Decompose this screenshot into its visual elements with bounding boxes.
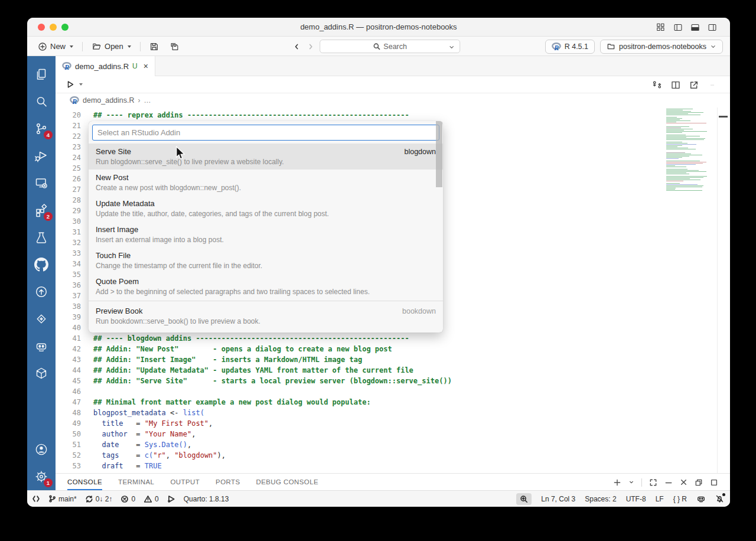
status-encoding[interactable]: UTF-8 bbox=[626, 495, 646, 503]
open-button[interactable]: Open bbox=[88, 40, 135, 53]
minimap[interactable] bbox=[666, 109, 711, 191]
panel-bottom-icon[interactable] bbox=[690, 23, 700, 32]
line-text: draft = TRUE bbox=[93, 461, 162, 471]
activity-item-account[interactable] bbox=[27, 436, 56, 463]
r-logo-icon: R bbox=[552, 43, 561, 51]
chevron-down-icon bbox=[128, 45, 131, 48]
chevron-down-icon[interactable] bbox=[628, 480, 634, 484]
activity-item-extensions[interactable]: 2 bbox=[27, 197, 56, 224]
line-text: author = "Your Name", bbox=[93, 429, 195, 439]
code-line[interactable]: 48blogpost_metadata <- list( bbox=[56, 408, 730, 418]
maximize-panel-icon[interactable] bbox=[649, 478, 657, 487]
remote-monitor-icon bbox=[34, 176, 48, 190]
navigate-back-button[interactable] bbox=[294, 43, 299, 51]
activity-item-publish[interactable] bbox=[27, 278, 56, 305]
activity-item-explorer[interactable] bbox=[27, 61, 56, 88]
customize-layout-icon[interactable] bbox=[656, 23, 666, 32]
status-sync-changes[interactable]: 0↓ 2↑ bbox=[85, 495, 113, 503]
code-line[interactable]: 51 date = Sys.Date(), bbox=[56, 439, 730, 450]
more-actions-icon[interactable] bbox=[708, 83, 717, 87]
editor-scrollbar[interactable] bbox=[717, 107, 729, 473]
new-terminal-icon[interactable] bbox=[613, 478, 621, 487]
activity-item-source-control[interactable]: 4 bbox=[27, 115, 56, 142]
activity-item-search[interactable] bbox=[27, 88, 56, 115]
run-options-chevron-icon[interactable] bbox=[79, 83, 83, 86]
code-line[interactable]: 46 bbox=[56, 386, 730, 397]
status-copilot[interactable] bbox=[696, 494, 706, 503]
compare-changes-icon[interactable] bbox=[652, 80, 662, 90]
activity-item-assistant[interactable] bbox=[27, 333, 56, 360]
tab-demo-addins[interactable]: R demo_addins.R U × bbox=[56, 56, 155, 76]
code-line[interactable]: 41## ---- blogdown addins --------------… bbox=[56, 333, 730, 344]
panel-tab-terminal[interactable]: TERMINAL bbox=[118, 474, 154, 490]
status-remote-indicator[interactable] bbox=[32, 495, 40, 503]
overview-cursor-mark bbox=[719, 116, 728, 118]
status-cursor-position[interactable]: Ln 7, Col 3 bbox=[541, 495, 575, 503]
addin-item-preview-book[interactable]: Preview BookbookdownRun bookdown::serve_… bbox=[89, 303, 443, 329]
new-button[interactable]: New bbox=[34, 40, 77, 53]
addin-item-insert-image[interactable]: Insert ImageInsert an external image int… bbox=[89, 221, 443, 247]
breadcrumb[interactable]: R demo_addins.R › … bbox=[56, 93, 730, 107]
panel-tab-console[interactable]: CONSOLE bbox=[67, 474, 102, 490]
code-line[interactable]: 42## Addin: "New Post" - opens a dialog … bbox=[56, 344, 730, 354]
status-notifications[interactable] bbox=[715, 494, 724, 503]
activity-item-quarto[interactable] bbox=[27, 305, 56, 333]
panel-tab-output[interactable]: OUTPUT bbox=[170, 474, 200, 490]
activity-item-github[interactable] bbox=[27, 251, 56, 278]
minimize-panel-icon[interactable] bbox=[664, 478, 673, 487]
addin-item-serve-site[interactable]: Serve SiteblogdownRun blogdown::serve_si… bbox=[89, 144, 443, 170]
addin-item-new-post[interactable]: New PostCreate a new post with blogdown:… bbox=[89, 170, 443, 195]
line-number: 23 bbox=[56, 142, 81, 152]
activity-item-testing[interactable] bbox=[27, 224, 56, 251]
panel-right-icon[interactable] bbox=[708, 23, 717, 32]
status-language-mode[interactable]: { } R bbox=[673, 495, 687, 503]
status-errors[interactable]: 0 bbox=[120, 495, 135, 503]
code-line[interactable]: 53 draft = TRUE bbox=[56, 461, 730, 471]
badge: 1 bbox=[44, 478, 53, 487]
code-line[interactable]: 49 title = "My First Post", bbox=[56, 418, 730, 429]
close-panel-icon[interactable] bbox=[680, 478, 687, 486]
code-line[interactable]: 20## ---- reprex addins ----------------… bbox=[56, 110, 730, 120]
panel-tab-debug-console[interactable]: DEBUG CONSOLE bbox=[256, 474, 319, 490]
navigate-forward-button[interactable] bbox=[308, 43, 314, 51]
code-line[interactable]: 44## Addin: "Update Metadata" - updates … bbox=[56, 365, 730, 376]
status-indentation[interactable]: Spaces: 2 bbox=[585, 495, 616, 503]
workspace-selector[interactable]: positron-demos-notebooks bbox=[600, 40, 723, 54]
code-line[interactable]: 50 author = "Your Name", bbox=[56, 429, 730, 439]
panel-left-icon[interactable] bbox=[673, 23, 683, 32]
activity-item-remote-explorer[interactable] bbox=[27, 170, 56, 197]
code-line[interactable]: 43## Addin: "Insert Image" - inserts a M… bbox=[56, 354, 730, 365]
addin-item-quote-poem[interactable]: Quote PoemAdd > to the beginning of sele… bbox=[89, 273, 443, 299]
status-eol[interactable]: LF bbox=[656, 495, 664, 503]
robot-icon bbox=[34, 339, 48, 353]
interpreter-selector[interactable]: R R 4.5.1 bbox=[545, 40, 595, 54]
run-file-button[interactable] bbox=[66, 80, 74, 89]
status-debug-status[interactable] bbox=[167, 495, 175, 503]
status-zoom-control[interactable] bbox=[516, 493, 532, 505]
addin-filter-input[interactable] bbox=[92, 125, 439, 141]
panel-tab-ports[interactable]: PORTS bbox=[216, 474, 240, 490]
close-tab-icon[interactable]: × bbox=[144, 61, 148, 71]
panel-square-icon[interactable] bbox=[710, 478, 718, 487]
code-line[interactable]: 47## Minimal front matter example a new … bbox=[56, 397, 730, 408]
save-button[interactable] bbox=[146, 40, 162, 53]
status-git-branch[interactable]: main* bbox=[48, 494, 77, 503]
search-input[interactable]: Search bbox=[320, 40, 460, 53]
line-number: 43 bbox=[56, 354, 81, 365]
status-quarto-version[interactable]: Quarto: 1.8.13 bbox=[184, 495, 229, 503]
split-editor-icon[interactable] bbox=[671, 80, 680, 90]
code-line[interactable]: 45## Addin: "Serve Site" - starts a loca… bbox=[56, 376, 730, 386]
activity-item-run-debug[interactable] bbox=[27, 142, 56, 170]
activity-item-settings[interactable]: 1 bbox=[27, 463, 56, 490]
addin-item-touch-file[interactable]: Touch FileChange the timestamp of the cu… bbox=[89, 247, 443, 273]
open-external-icon[interactable] bbox=[689, 80, 699, 90]
restore-panel-icon[interactable] bbox=[695, 478, 703, 487]
addin-item-update-metadata[interactable]: Update MetadataUpdate the title, author,… bbox=[89, 195, 443, 221]
status-warnings[interactable]: 0 bbox=[144, 495, 159, 503]
publish-icon bbox=[34, 285, 48, 299]
code-line[interactable]: 52 tags = c("r", "blogdown"), bbox=[56, 450, 730, 461]
quickpick-scrollbar[interactable] bbox=[436, 121, 442, 187]
addin-item-input-latex-math[interactable]: Input LaTeX Math bbox=[89, 329, 443, 333]
save-all-button[interactable] bbox=[166, 40, 183, 53]
activity-item-packages[interactable] bbox=[27, 360, 56, 387]
